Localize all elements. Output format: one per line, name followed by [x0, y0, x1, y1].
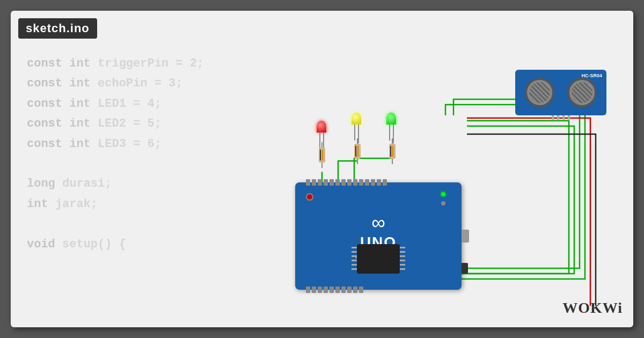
chip-pin	[400, 251, 405, 253]
analog-pin	[306, 286, 310, 293]
digital-pin	[306, 179, 310, 186]
chip-pin	[352, 260, 357, 261]
digital-pin	[353, 179, 357, 186]
chip-pins-right	[400, 247, 405, 270]
arduino-chip	[357, 244, 400, 274]
arduino-digital-pins	[306, 179, 456, 186]
sensor-pins	[552, 115, 570, 120]
analog-pin	[341, 286, 346, 293]
analog-pin	[353, 286, 357, 293]
analog-pin	[318, 286, 322, 293]
resistor-r2-leg-bot	[357, 159, 358, 164]
analog-pin	[330, 286, 334, 293]
arduino-power-led	[441, 201, 445, 205]
resistor-r1-leg-top	[321, 142, 323, 148]
resistor-r3-body	[389, 144, 396, 159]
led-red-body	[317, 121, 326, 133]
digital-pin	[312, 179, 316, 186]
resistor-r1	[319, 142, 325, 168]
digital-pin	[335, 179, 340, 186]
resistor-r2-leg-top	[357, 138, 358, 144]
arduino-usb	[462, 230, 469, 243]
arduino-on-led	[441, 192, 445, 196]
sensor-pin-gnd	[568, 115, 570, 120]
sensor-eye-left	[525, 78, 554, 107]
analog-pin	[359, 286, 363, 293]
resistor-r3	[389, 138, 396, 164]
chip-pin	[352, 247, 357, 248]
resistor-r3-leg-top	[392, 138, 393, 144]
arduino-power-jack	[462, 263, 468, 274]
resistor-r2-body	[354, 144, 361, 159]
led-red	[317, 121, 326, 133]
main-card: sketch.ino const int triggerPin = 2; con…	[11, 11, 633, 327]
arduino-board: ∞ UNO ARDUINO	[295, 182, 462, 290]
digital-pin	[341, 179, 346, 186]
wokwi-logo: WOKWi	[562, 299, 623, 317]
digital-pin	[330, 179, 334, 186]
arduino-analog-pins	[306, 286, 429, 293]
analog-pin	[347, 286, 352, 293]
chip-pin	[400, 268, 405, 270]
sensor-pin-echo	[562, 115, 565, 120]
chip-pin	[400, 247, 405, 248]
digital-pin	[371, 179, 375, 186]
chip-pins-left	[352, 247, 357, 270]
analog-pin	[335, 286, 340, 293]
digital-pin	[318, 179, 322, 186]
digital-pin	[365, 179, 369, 186]
chip-pin	[400, 264, 405, 266]
led-green	[386, 113, 396, 124]
digital-pin	[347, 179, 352, 186]
resistor-r3-leg-bot	[392, 159, 393, 164]
led-green-body	[386, 113, 396, 124]
chip-pin	[352, 264, 357, 266]
chip-pin	[400, 255, 405, 257]
analog-pin	[312, 286, 316, 293]
sensor-pin-trig	[557, 115, 559, 120]
digital-pin	[359, 179, 363, 186]
chip-pin	[352, 251, 357, 253]
circuit-area: HC-SR04	[279, 59, 612, 306]
arduino-reset-btn[interactable]	[306, 193, 313, 201]
led-yellow	[352, 113, 361, 124]
hcsr04-sensor: HC-SR04	[515, 70, 606, 115]
arduino-infinity-icon: ∞	[337, 211, 420, 234]
sensor-pin-vcc	[552, 115, 554, 120]
title-badge: sketch.ino	[18, 18, 97, 39]
analog-pin	[324, 286, 328, 293]
digital-pin	[383, 179, 387, 186]
led-yellow-body	[352, 113, 361, 124]
chip-pin	[352, 268, 357, 270]
chip-pin	[352, 255, 357, 257]
resistor-r1-body	[319, 148, 325, 163]
sensor-eye-right	[567, 78, 597, 107]
resistor-r1-leg-bot	[321, 163, 323, 168]
digital-pin	[324, 179, 328, 186]
resistor-r2	[354, 138, 361, 164]
chip-pin	[400, 260, 405, 261]
sensor-label: HC-SR04	[581, 73, 602, 78]
digital-pin	[377, 179, 381, 186]
